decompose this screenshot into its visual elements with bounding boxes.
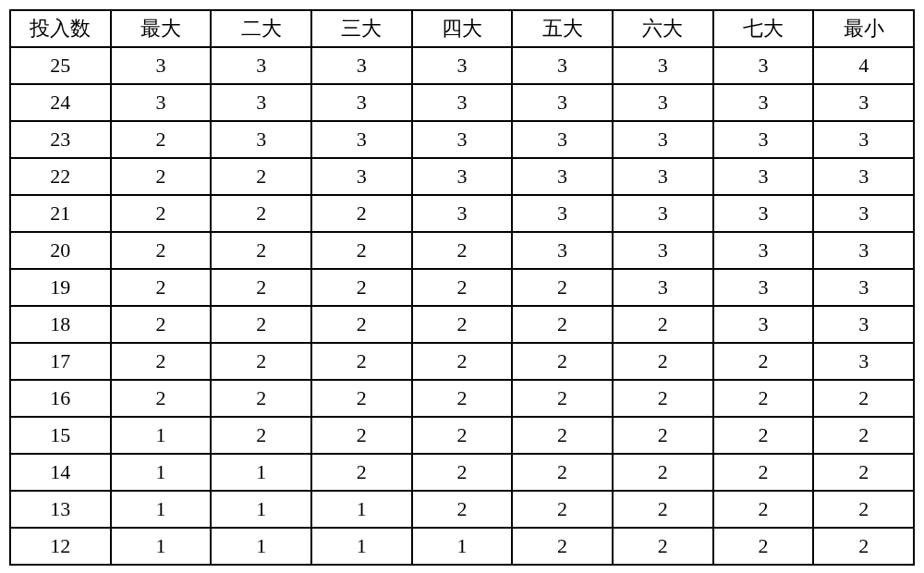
- table-cell: 2: [211, 269, 311, 306]
- table-cell: 3: [813, 195, 914, 232]
- table-cell: 2: [512, 343, 613, 380]
- table-row: 2433333333: [10, 84, 914, 121]
- table-cell: 2: [111, 306, 212, 343]
- table-row: 2022223333: [10, 232, 914, 269]
- table-cell: 3: [813, 306, 914, 343]
- table-cell: 2: [713, 528, 814, 565]
- table-cell: 2: [412, 269, 513, 306]
- table-cell: 3: [713, 121, 814, 158]
- table-cell: 2: [412, 343, 513, 380]
- table-cell: 3: [412, 195, 513, 232]
- table-cell: 2: [311, 269, 412, 306]
- table-cell: 1: [211, 491, 311, 528]
- table-cell: 19: [10, 269, 111, 306]
- table-cell: 17: [10, 343, 111, 380]
- table-cell: 2: [111, 195, 212, 232]
- table-cell: 2: [813, 491, 914, 528]
- header-cell: 五大: [512, 10, 613, 47]
- table-cell: 2: [613, 491, 713, 528]
- table-cell: 2: [211, 195, 311, 232]
- table-cell: 1: [211, 528, 311, 565]
- table-cell: 3: [813, 232, 914, 269]
- table-cell: 3: [412, 47, 513, 84]
- table-cell: 2: [311, 306, 412, 343]
- table-cell: 25: [10, 47, 111, 84]
- table-cell: 1: [111, 528, 212, 565]
- table-cell: 2: [412, 306, 513, 343]
- table-cell: 3: [111, 84, 212, 121]
- table-cell: 2: [111, 121, 212, 158]
- table-row: 1722222223: [10, 343, 914, 380]
- table-cell: 3: [211, 47, 311, 84]
- table-cell: 3: [613, 84, 713, 121]
- table-cell: 3: [211, 84, 311, 121]
- table-cell: 15: [10, 417, 111, 454]
- table-cell: 18: [10, 306, 111, 343]
- table-cell: 1: [111, 454, 212, 491]
- table-cell: 2: [613, 454, 713, 491]
- header-cell: 七大: [713, 10, 814, 47]
- table-cell: 2: [311, 195, 412, 232]
- header-cell: 六大: [613, 10, 713, 47]
- table-row: 2122233333: [10, 195, 914, 232]
- table-cell: 2: [613, 380, 713, 417]
- table-cell: 4: [813, 47, 914, 84]
- table-cell: 3: [512, 121, 613, 158]
- header-cell: 三大: [311, 10, 412, 47]
- table-cell: 3: [613, 269, 713, 306]
- table-cell: 1: [111, 491, 212, 528]
- table-cell: 2: [412, 380, 513, 417]
- table-cell: 1: [412, 528, 513, 565]
- table-cell: 3: [713, 232, 814, 269]
- table-cell: 3: [512, 232, 613, 269]
- table-row: 2323333333: [10, 121, 914, 158]
- table-cell: 2: [111, 232, 212, 269]
- table-cell: 2: [613, 343, 713, 380]
- table-cell: 23: [10, 121, 111, 158]
- table-cell: 2: [311, 454, 412, 491]
- header-cell: 最大: [111, 10, 212, 47]
- table-cell: 2: [512, 528, 613, 565]
- table-cell: 3: [613, 195, 713, 232]
- table-cell: 2: [512, 306, 613, 343]
- table-cell: 2: [613, 306, 713, 343]
- table-cell: 2: [512, 269, 613, 306]
- table-row: 1411222222: [10, 454, 914, 491]
- table-cell: 2: [613, 528, 713, 565]
- table-cell: 21: [10, 195, 111, 232]
- data-table: 投入数 最大 二大 三大 四大 五大 六大 七大 最小 253333333424…: [9, 9, 915, 566]
- table-row: 1822222233: [10, 306, 914, 343]
- table-cell: 3: [512, 195, 613, 232]
- table-cell: 2: [813, 417, 914, 454]
- table-cell: 3: [311, 158, 412, 195]
- table-cell: 2: [211, 232, 311, 269]
- table-cell: 3: [311, 84, 412, 121]
- table-cell: 3: [211, 121, 311, 158]
- table-cell: 2: [813, 528, 914, 565]
- header-cell: 投入数: [10, 10, 111, 47]
- table-cell: 3: [813, 269, 914, 306]
- header-cell: 四大: [412, 10, 513, 47]
- table-cell: 2: [111, 343, 212, 380]
- table-cell: 2: [111, 380, 212, 417]
- table-cell: 2: [713, 491, 814, 528]
- table-cell: 2: [311, 343, 412, 380]
- table-row: 1311122222: [10, 491, 914, 528]
- table-cell: 20: [10, 232, 111, 269]
- table-cell: 2: [412, 454, 513, 491]
- table-cell: 3: [111, 47, 212, 84]
- table-cell: 2: [713, 343, 814, 380]
- table-cell: 2: [412, 417, 513, 454]
- table-cell: 2: [311, 380, 412, 417]
- table-cell: 3: [713, 84, 814, 121]
- table-cell: 3: [512, 84, 613, 121]
- table-cell: 2: [512, 491, 613, 528]
- table-cell: 1: [311, 528, 412, 565]
- table-cell: 3: [311, 121, 412, 158]
- table-cell: 13: [10, 491, 111, 528]
- table-cell: 3: [512, 47, 613, 84]
- table-cell: 2: [512, 417, 613, 454]
- table-cell: 24: [10, 84, 111, 121]
- table-cell: 2: [211, 306, 311, 343]
- table-cell: 2: [713, 454, 814, 491]
